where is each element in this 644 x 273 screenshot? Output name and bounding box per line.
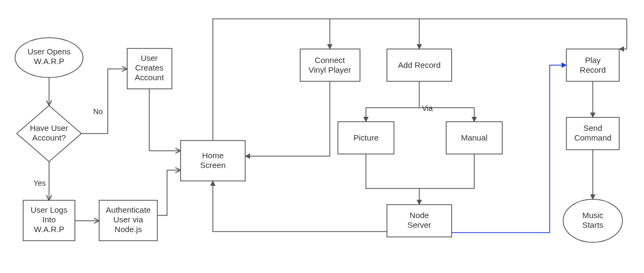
node-open-label: User Opens: [27, 47, 71, 56]
edge-manual-merge: [419, 154, 474, 188]
edge-create-to-home: [149, 89, 181, 151]
svg-text:Play: Play: [585, 55, 601, 65]
svg-text:Account: Account: [135, 73, 164, 82]
svg-text:Creates: Creates: [135, 63, 164, 72]
svg-text:Manual: Manual: [461, 133, 487, 142]
svg-text:Starts: Starts: [582, 220, 603, 229]
svg-text:User Logs: User Logs: [31, 205, 67, 214]
edge-label-no: No: [93, 107, 103, 116]
edge-no-to-create: [81, 69, 127, 134]
edge-picture-merge: [366, 154, 419, 188]
flowchart-canvas: User Opens W.A.R.P Have User Account? Us…: [0, 0, 644, 273]
svg-text:Server: Server: [407, 220, 431, 229]
svg-text:Authenticate: Authenticate: [106, 205, 150, 214]
svg-text:User via: User via: [113, 215, 143, 224]
svg-text:Picture: Picture: [354, 133, 379, 142]
svg-text:W.A.R.P: W.A.R.P: [34, 57, 65, 66]
svg-text:Node.js: Node.js: [115, 225, 142, 234]
svg-text:Record: Record: [580, 65, 606, 74]
svg-text:Account?: Account?: [32, 133, 66, 142]
edge-label-via: Via: [422, 104, 433, 113]
svg-text:Vinyl Player: Vinyl Player: [309, 65, 351, 74]
svg-text:User: User: [141, 53, 158, 62]
svg-text:Have User: Have User: [30, 123, 68, 132]
edge-bus-to-play: [619, 19, 627, 49]
svg-text:Into: Into: [42, 215, 56, 224]
svg-text:Send: Send: [583, 123, 602, 132]
svg-text:Screen: Screen: [200, 160, 226, 170]
svg-text:Home: Home: [202, 151, 224, 160]
svg-text:W.A.R.P: W.A.R.P: [34, 225, 65, 234]
svg-text:Command: Command: [574, 133, 611, 142]
edge-connect-to-home: [245, 81, 330, 156]
svg-text:Music: Music: [582, 211, 604, 220]
svg-text:Node: Node: [410, 211, 429, 220]
edge-auth-to-home: [157, 170, 181, 215]
edge-label-yes: Yes: [33, 179, 46, 187]
svg-text:Add Record: Add Record: [398, 60, 440, 69]
svg-text:Connect: Connect: [315, 55, 345, 65]
edge-nodeserver-to-home: [213, 181, 387, 232]
